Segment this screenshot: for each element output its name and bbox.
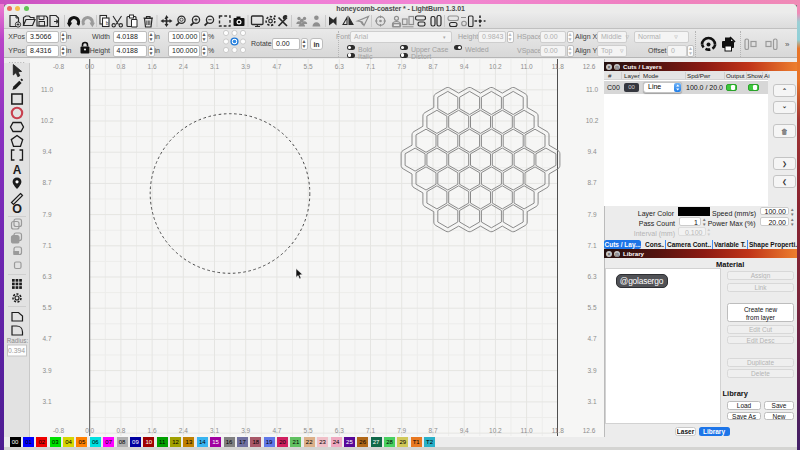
svg-text:3.9: 3.9 — [241, 427, 250, 434]
svg-text:5.5: 5.5 — [587, 304, 596, 311]
svg-text:10.2: 10.2 — [489, 427, 502, 434]
svg-text:9.4: 9.4 — [42, 148, 51, 155]
svg-text:3.9: 3.9 — [241, 63, 250, 70]
svg-text:7.1: 7.1 — [42, 242, 51, 249]
svg-text:4.7: 4.7 — [272, 427, 281, 434]
svg-text:-0.8: -0.8 — [53, 63, 65, 70]
svg-text:12.6: 12.6 — [583, 427, 596, 434]
svg-text:9.4: 9.4 — [460, 427, 469, 434]
svg-text:0.8: 0.8 — [116, 63, 125, 70]
svg-text:3.9: 3.9 — [42, 367, 51, 374]
svg-text:b: b — [106, 20, 109, 26]
svg-text:7.1: 7.1 — [366, 63, 375, 70]
svg-text:Radius:: Radius: — [7, 337, 29, 344]
svg-text:11.0: 11.0 — [586, 86, 599, 93]
svg-text:10.2: 10.2 — [41, 117, 54, 124]
svg-text:5.5: 5.5 — [304, 427, 313, 434]
svg-text:11.0: 11.0 — [521, 63, 534, 70]
svg-text:9.4: 9.4 — [587, 148, 596, 155]
svg-text:11.0: 11.0 — [41, 86, 54, 93]
svg-text:0.0: 0.0 — [85, 427, 94, 434]
svg-text:9.4: 9.4 — [460, 63, 469, 70]
svg-text:3.1: 3.1 — [210, 427, 219, 434]
svg-text:6.3: 6.3 — [587, 273, 596, 280]
svg-text:6.3: 6.3 — [335, 63, 344, 70]
svg-text:6.3: 6.3 — [42, 273, 51, 280]
svg-text:8.7: 8.7 — [587, 179, 596, 186]
svg-text:O: O — [12, 202, 22, 216]
svg-text:8.7: 8.7 — [428, 63, 437, 70]
svg-text:7.9: 7.9 — [397, 63, 406, 70]
svg-text:8.7: 8.7 — [428, 427, 437, 434]
svg-text:A: A — [13, 163, 22, 177]
svg-text:11.8: 11.8 — [552, 63, 565, 70]
svg-text:10.2: 10.2 — [586, 117, 599, 124]
svg-text:1.6: 1.6 — [148, 427, 157, 434]
svg-text:7.9: 7.9 — [42, 211, 51, 218]
svg-text:11.8: 11.8 — [552, 427, 565, 434]
svg-text:4.7: 4.7 — [42, 335, 51, 342]
svg-text:11.0: 11.0 — [521, 427, 534, 434]
svg-text:6.3: 6.3 — [335, 427, 344, 434]
svg-text:2.4: 2.4 — [179, 427, 188, 434]
svg-text:7.9: 7.9 — [587, 211, 596, 218]
svg-text:2.4: 2.4 — [179, 63, 188, 70]
svg-text:3.9: 3.9 — [587, 367, 596, 374]
svg-text:7.1: 7.1 — [587, 242, 596, 249]
svg-text:4.7: 4.7 — [587, 335, 596, 342]
svg-text:0.0: 0.0 — [85, 63, 94, 70]
svg-text:5.5: 5.5 — [42, 304, 51, 311]
svg-text:0.394: 0.394 — [8, 347, 25, 354]
svg-text:0.8: 0.8 — [116, 427, 125, 434]
svg-text:1.6: 1.6 — [148, 63, 157, 70]
svg-text:7.1: 7.1 — [366, 427, 375, 434]
svg-text:3.1: 3.1 — [210, 63, 219, 70]
svg-text:5.5: 5.5 — [304, 63, 313, 70]
svg-text:-0.8: -0.8 — [53, 427, 65, 434]
svg-text:4.7: 4.7 — [272, 63, 281, 70]
svg-text:7.9: 7.9 — [397, 427, 406, 434]
svg-text:3.1: 3.1 — [42, 398, 51, 405]
svg-text:3.1: 3.1 — [587, 398, 596, 405]
svg-text:10.2: 10.2 — [489, 63, 502, 70]
svg-text:8.7: 8.7 — [42, 179, 51, 186]
svg-text:12.6: 12.6 — [583, 63, 596, 70]
